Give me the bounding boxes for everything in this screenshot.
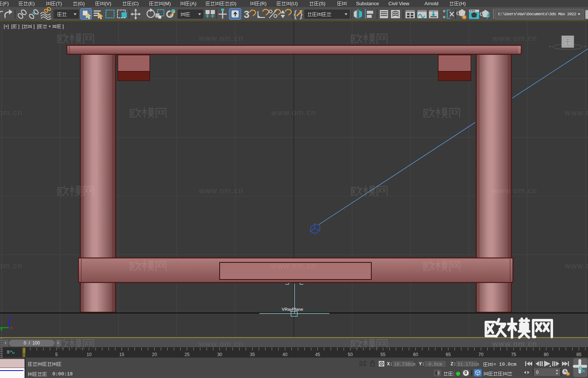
svg-text:y: y bbox=[0, 326, 3, 331]
svg-text:x: x bbox=[10, 325, 13, 330]
svg-text:Z:: Z: bbox=[450, 361, 456, 367]
svg-text:X:: X: bbox=[387, 361, 393, 367]
svg-text:-0.0cm: -0.0cm bbox=[426, 362, 442, 367]
svg-text:= 10.0cm: = 10.0cm bbox=[493, 362, 517, 367]
svg-text:18.736cm: 18.736cm bbox=[394, 362, 416, 367]
svg-text:Y:: Y: bbox=[419, 361, 425, 367]
svg-text:{: { bbox=[294, 9, 297, 19]
svg-text:z: z bbox=[10, 315, 12, 319]
svg-text:VRayPlane: VRayPlane bbox=[282, 307, 303, 311]
svg-text:51.172cm: 51.172cm bbox=[458, 362, 479, 367]
svg-text:3: 3 bbox=[244, 9, 249, 20]
svg-text:0: 0 bbox=[536, 370, 539, 375]
